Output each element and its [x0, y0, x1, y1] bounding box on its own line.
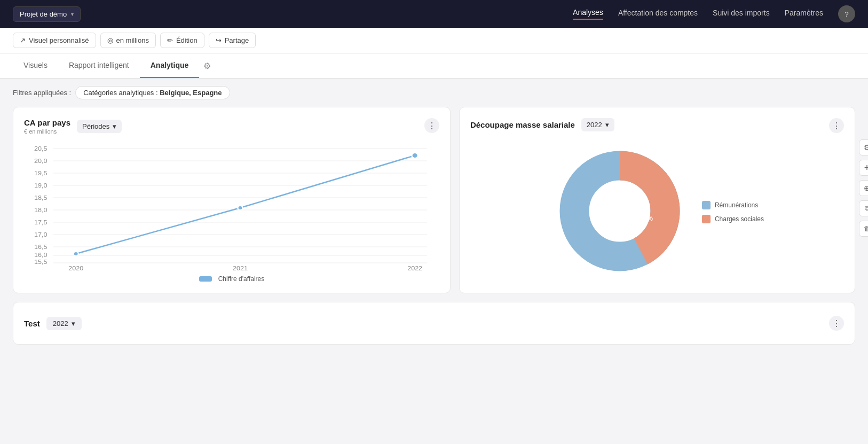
side-icons-panel: ⚙ + ⊕ ⧉ 🗑 — [859, 139, 868, 237]
partage-btn-label: Partage — [225, 36, 249, 44]
test-card-left: Test 2022 ▾ — [24, 317, 82, 330]
ca-card-menu-button[interactable]: ⋮ — [424, 118, 439, 133]
svg-text:18,0: 18,0 — [34, 207, 48, 214]
top-navigation: Projet de démo ▾ Analyses Affectation de… — [0, 0, 868, 28]
donut-card-menu-button[interactable]: ⋮ — [829, 118, 844, 133]
visuel-btn-label: Visuel personnalisé — [29, 36, 89, 44]
svg-text:19,5: 19,5 — [34, 170, 48, 177]
tab-rapport[interactable]: Rapport intelligent — [58, 53, 140, 78]
remunerations-color-box — [702, 201, 711, 209]
nav-link-parametres[interactable]: Paramètres — [785, 9, 823, 19]
year-chevron-icon: ▾ — [605, 121, 609, 129]
svg-text:17,0: 17,0 — [34, 231, 48, 238]
period-label: Périodes — [82, 122, 109, 130]
ca-card-title: CA par pays — [24, 118, 70, 127]
card-title-group: CA par pays € en millions Périodes ▾ — [24, 118, 122, 135]
user-avatar[interactable]: ? — [838, 5, 855, 22]
test-card: Test 2022 ▾ ⋮ — [13, 302, 855, 345]
period-dropdown[interactable]: Périodes ▾ — [77, 120, 122, 133]
svg-text:16,0: 16,0 — [34, 252, 48, 259]
card-header-left: CA par pays € en millions Périodes ▾ ⋮ — [24, 118, 439, 135]
millions-button[interactable]: ◎ en millions — [100, 33, 156, 48]
legend-remunerations: Rémunérations — [702, 201, 764, 209]
remunerations-label: Rémunérations — [715, 201, 758, 209]
svg-text:2021: 2021 — [233, 265, 248, 271]
side-copy-button[interactable]: ⧉ — [859, 200, 868, 216]
nav-links: Analyses Affectation des comptes Suivi d… — [573, 5, 855, 22]
svg-text:18,5: 18,5 — [34, 194, 48, 201]
chart-legend: Chiffre d'affaires — [24, 275, 439, 283]
filter-label: Filtres appliquées : — [13, 89, 71, 97]
donut-chart-container: 35,9% 64,1% Rémunérations Charges social… — [470, 142, 844, 282]
chevron-down-icon: ▾ — [71, 11, 74, 17]
svg-text:2020: 2020 — [68, 265, 83, 271]
donut-card-title: Découpage masse salariale — [470, 120, 575, 129]
share-icon: ↪ — [216, 36, 222, 44]
svg-text:19,0: 19,0 — [34, 182, 48, 189]
svg-point-25 — [74, 252, 78, 256]
svg-text:2022: 2022 — [407, 265, 422, 271]
side-gear-button[interactable]: ⚙ — [859, 139, 868, 155]
donut-legend: Rémunérations Charges sociales — [702, 201, 764, 223]
visuel-personnalise-button[interactable]: ↗ Visuel personnalisé — [13, 33, 96, 48]
svg-point-27 — [412, 153, 417, 158]
ca-card-title-block: CA par pays € en millions — [24, 118, 70, 135]
filter-bar: Filtres appliquées : Catégories analytiq… — [0, 79, 868, 107]
ca-par-pays-card: CA par pays € en millions Périodes ▾ ⋮ 2… — [13, 107, 451, 293]
nav-link-affectation[interactable]: Affectation des comptes — [618, 9, 698, 19]
side-plus-button[interactable]: + — [859, 160, 868, 176]
svg-text:16,5: 16,5 — [34, 244, 48, 251]
main-content: CA par pays € en millions Périodes ▾ ⋮ 2… — [0, 107, 868, 357]
pencil-icon: ✏ — [167, 36, 173, 44]
nav-link-analyses[interactable]: Analyses — [573, 8, 603, 20]
edition-btn-label: Édition — [176, 36, 198, 44]
chart-row: CA par pays € en millions Périodes ▾ ⋮ 2… — [13, 107, 855, 293]
donut-svg-wrapper: 35,9% 64,1% — [550, 142, 689, 282]
filter-tag-text: Catégories analytiques : Belgique, Espag… — [83, 89, 222, 97]
decoupage-masse-salariale-card: Découpage masse salariale 2022 ▾ ⋮ — [459, 107, 855, 293]
tab-analytique[interactable]: Analytique — [140, 53, 200, 78]
year-label-right: 2022 — [587, 121, 602, 129]
charges-label: Charges sociales — [715, 215, 764, 223]
svg-text:64,1%: 64,1% — [635, 215, 653, 222]
period-chevron-icon: ▾ — [113, 122, 116, 130]
avatar-initial: ? — [845, 10, 848, 18]
charges-color-box — [702, 215, 711, 223]
toolbar: ↗ Visuel personnalisé ◎ en millions ✏ Éd… — [0, 28, 868, 53]
tab-visuels[interactable]: Visuels — [13, 53, 58, 78]
year-dropdown-right[interactable]: 2022 ▾ — [581, 118, 614, 131]
svg-text:20,5: 20,5 — [34, 145, 48, 152]
svg-text:15,5: 15,5 — [34, 259, 48, 266]
donut-card-title-group: Découpage masse salariale 2022 ▾ — [470, 118, 614, 131]
ca-card-subtitle: € en millions — [24, 128, 70, 135]
millions-btn-label: en millions — [116, 36, 149, 44]
nav-link-suivi[interactable]: Suivi des imports — [713, 9, 770, 19]
test-year-dropdown[interactable]: 2022 ▾ — [46, 317, 82, 330]
legend-charges: Charges sociales — [702, 215, 764, 223]
card-header-right: Découpage masse salariale 2022 ▾ ⋮ — [470, 118, 844, 133]
chart-icon: ↗ — [20, 36, 26, 44]
side-delete-button[interactable]: 🗑 — [859, 221, 868, 237]
donut-chart-svg: 35,9% 64,1% — [550, 142, 689, 281]
svg-point-26 — [238, 206, 242, 210]
test-year-chevron-icon: ▾ — [72, 320, 75, 328]
filter-tag[interactable]: Catégories analytiques : Belgique, Espag… — [75, 86, 230, 99]
test-card-menu-button[interactable]: ⋮ — [829, 316, 844, 331]
edition-button[interactable]: ✏ Édition — [160, 33, 204, 48]
line-chart-container: 20,5 20,0 19,5 19,0 18,5 18,0 17,5 17,0 … — [24, 143, 439, 282]
legend-color-box — [199, 276, 212, 282]
side-add-button[interactable]: ⊕ — [859, 180, 868, 196]
project-name: Projet de démo — [20, 10, 67, 18]
svg-text:17,5: 17,5 — [34, 219, 48, 226]
project-selector[interactable]: Projet de démo ▾ — [13, 6, 81, 22]
circle-icon: ◎ — [107, 36, 113, 44]
svg-text:20,0: 20,0 — [34, 158, 48, 165]
tabs-bar: Visuels Rapport intelligent Analytique ⚙ — [0, 53, 868, 79]
svg-text:35,9%: 35,9% — [589, 209, 607, 217]
test-card-title: Test — [24, 319, 40, 328]
gear-tab-icon[interactable]: ⚙ — [199, 54, 215, 77]
legend-label: Chiffre d'affaires — [218, 275, 265, 283]
line-chart-svg: 20,5 20,0 19,5 19,0 18,5 18,0 17,5 17,0 … — [24, 143, 439, 271]
partage-button[interactable]: ↪ Partage — [209, 33, 256, 48]
test-year-label: 2022 — [53, 320, 68, 328]
